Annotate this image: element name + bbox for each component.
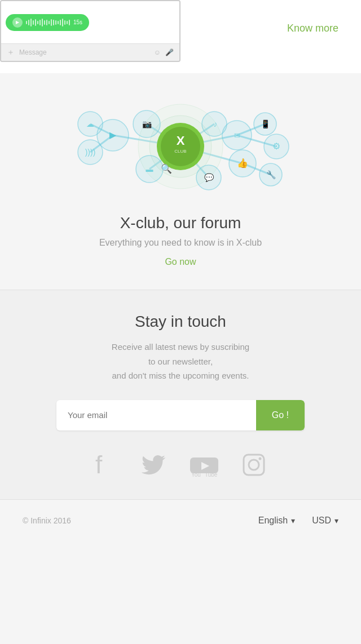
svg-text:🔧: 🔧: [266, 170, 276, 180]
language-label: English: [258, 516, 288, 526]
footer: © Infinix 2016 English ▾ USD ▾: [0, 499, 361, 541]
timer-label: 15s: [73, 19, 82, 25]
attach-icon: ＋: [7, 47, 15, 57]
svg-point-50: [259, 457, 262, 460]
phone-mockup: ▶: [0, 0, 180, 62]
voice-message-bubble: ▶: [6, 14, 89, 31]
svg-text:♪: ♪: [214, 119, 218, 128]
email-input[interactable]: [56, 400, 256, 430]
svg-text:X: X: [177, 134, 185, 148]
currency-chevron-icon: ▾: [334, 516, 338, 525]
forum-section: X CLUB ▶ ☁ )))) 📷 ▬ 🔍 💬 ✉ 👍 ⚙ 📱 🔧 ♪ X-cl…: [0, 73, 361, 290]
top-section: ▶: [0, 0, 361, 73]
message-placeholder: Message: [15, 48, 154, 56]
message-icons: ☺ 🎤: [154, 48, 174, 56]
email-form: Go !: [56, 400, 305, 430]
svg-text:✉: ✉: [234, 131, 240, 140]
forum-title: X-club, our forum: [120, 214, 241, 232]
go-now-link[interactable]: Go now: [165, 257, 196, 267]
svg-text:Tube: Tube: [205, 472, 218, 477]
go-button[interactable]: Go !: [256, 400, 305, 430]
svg-text:⚙: ⚙: [272, 141, 280, 151]
emoji-icon: ☺: [154, 48, 161, 56]
svg-text:f: f: [95, 453, 103, 477]
facebook-icon[interactable]: f: [95, 453, 118, 477]
instagram-icon[interactable]: [242, 453, 266, 477]
svg-text:You: You: [191, 472, 201, 477]
waveform: [26, 19, 70, 26]
stay-section: Stay in touch Receive all latest news by…: [0, 290, 361, 499]
social-icons: f You Tube: [95, 453, 266, 477]
know-more-link[interactable]: Know more: [287, 23, 338, 34]
svg-text:📱: 📱: [261, 119, 271, 129]
svg-text:▶: ▶: [109, 130, 117, 140]
phone-screen: ▶: [1, 1, 179, 43]
currency-selector[interactable]: USD ▾: [312, 516, 338, 526]
language-selector[interactable]: English ▾: [258, 516, 295, 526]
play-button-icon[interactable]: ▶: [12, 17, 23, 28]
copyright-text: © Infinix 2016: [23, 516, 71, 525]
svg-text:💬: 💬: [204, 173, 214, 183]
twitter-icon[interactable]: [140, 453, 166, 477]
stay-description: Receive all latest news by suscribing to…: [112, 340, 249, 383]
language-chevron-icon: ▾: [291, 516, 295, 525]
network-illustration: X CLUB ▶ ☁ )))) 📷 ▬ 🔍 💬 ✉ 👍 ⚙ 📱 🔧 ♪: [62, 90, 299, 203]
svg-text:🔍: 🔍: [161, 163, 172, 174]
svg-text:👍: 👍: [237, 158, 248, 168]
svg-point-49: [249, 460, 259, 470]
stay-title: Stay in touch: [135, 313, 226, 331]
svg-text:CLUB: CLUB: [174, 149, 186, 154]
message-bar: ＋ Message ☺ 🎤: [1, 43, 179, 61]
forum-subtitle: Everything you need to know is in X-club: [99, 238, 262, 248]
youtube-icon[interactable]: You Tube: [189, 453, 219, 477]
svg-text:📷: 📷: [142, 119, 152, 129]
svg-text:☁: ☁: [86, 119, 94, 128]
svg-text:)))): )))): [85, 148, 96, 157]
currency-label: USD: [312, 516, 331, 526]
footer-selectors: English ▾ USD ▾: [258, 516, 338, 526]
svg-text:▬: ▬: [146, 165, 153, 174]
mic-icon: 🎤: [165, 48, 174, 56]
